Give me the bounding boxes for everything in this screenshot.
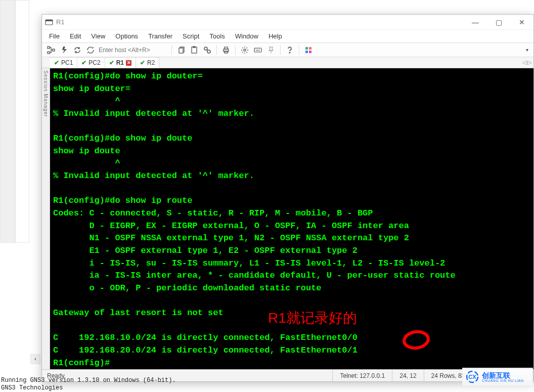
tab-pc1[interactable]: ✔ PC1 <box>50 57 77 68</box>
svg-point-15 <box>289 52 290 53</box>
svg-rect-19 <box>309 51 312 53</box>
watermark: CX 创新互联 CHUANG XIN HU LIAN <box>462 368 533 386</box>
svg-rect-18 <box>305 51 308 53</box>
help-icon[interactable] <box>284 45 296 56</box>
tab-label: PC1 <box>61 59 73 66</box>
svg-rect-4 <box>53 49 55 51</box>
menu-window[interactable]: Window <box>231 31 262 41</box>
tab-label: R1 <box>116 59 124 66</box>
svg-rect-16 <box>305 47 308 50</box>
menu-tools[interactable]: Tools <box>205 31 229 41</box>
watermark-cn: 创新互联 <box>482 372 524 379</box>
console-line: Running GNS3 version 1.3.10 on Windows (… <box>1 377 534 384</box>
terminal-output[interactable]: R1(config)#do show ip douter= show ip do… <box>50 68 533 369</box>
svg-rect-14 <box>254 48 261 52</box>
tab-next-icon[interactable]: ▷ <box>527 59 531 66</box>
svg-point-13 <box>244 49 246 51</box>
tab-label: R2 <box>147 59 155 66</box>
background-panel-gray <box>0 0 15 243</box>
svg-rect-5 <box>179 48 183 53</box>
svg-rect-2 <box>48 47 50 49</box>
terminal-window: R1 — ▢ ✕ File Edit View Options Transfer… <box>41 14 534 382</box>
menu-file[interactable]: File <box>45 31 64 41</box>
session-manager-panel[interactable]: Session Manager <box>42 68 50 369</box>
svg-rect-12 <box>225 51 228 53</box>
svg-rect-7 <box>193 47 195 48</box>
copy-icon[interactable] <box>175 45 187 56</box>
toolbar-separator <box>235 45 236 55</box>
toolbar-separator <box>171 45 172 55</box>
menu-options[interactable]: Options <box>111 31 142 41</box>
session-tree-icon[interactable] <box>45 45 57 56</box>
keyboard-icon[interactable] <box>252 45 264 56</box>
toolbar-separator <box>216 45 217 55</box>
tab-r1[interactable]: ✔ R1 ✕ <box>105 57 136 68</box>
tabbar: ✔ PC1 ✔ PC2 ✔ R1 ✕ ✔ R2 ◁ ▷ <box>42 57 533 68</box>
console-line: GNS3 Technologies <box>1 384 534 392</box>
title-text: R1 <box>56 18 464 26</box>
scroll-handle-icon[interactable]: ‹ <box>30 354 40 364</box>
reconnect-icon[interactable] <box>71 45 83 56</box>
check-icon: ✔ <box>81 59 86 66</box>
print-icon[interactable] <box>220 45 232 56</box>
background-panel-white <box>15 0 29 243</box>
check-icon: ✔ <box>54 59 59 66</box>
quick-connect-icon[interactable] <box>58 45 70 56</box>
toolbar-separator <box>280 45 281 55</box>
close-button[interactable]: ✕ <box>510 15 533 30</box>
tab-pc2[interactable]: ✔ PC2 <box>77 57 105 68</box>
titlebar[interactable]: R1 — ▢ ✕ <box>42 15 533 30</box>
tab-label: PC2 <box>88 59 100 66</box>
toolbar: ▾ <box>42 43 533 57</box>
svg-rect-11 <box>225 47 228 49</box>
maximize-button[interactable]: ▢ <box>487 15 510 30</box>
disconnect-icon[interactable] <box>84 45 97 56</box>
check-icon: ✔ <box>140 59 145 66</box>
paste-icon[interactable] <box>188 45 200 56</box>
gns3-console: Running GNS3 version 1.3.10 on Windows (… <box>0 377 534 392</box>
tab-prev-icon[interactable]: ◁ <box>522 59 526 66</box>
host-input[interactable] <box>98 45 168 55</box>
minimize-button[interactable]: — <box>464 15 487 30</box>
menubar: File Edit View Options Transfer Script T… <box>42 30 533 43</box>
find-icon[interactable] <box>201 45 213 56</box>
color-scheme-icon[interactable] <box>302 45 315 56</box>
watermark-logo-icon: CX <box>466 370 479 383</box>
close-tab-icon[interactable]: ✕ <box>126 60 131 66</box>
app-icon <box>45 18 53 26</box>
svg-rect-1 <box>46 20 53 21</box>
svg-rect-3 <box>48 52 50 54</box>
menu-edit[interactable]: Edit <box>66 31 85 41</box>
menu-help[interactable]: Help <box>264 31 286 41</box>
toolbar-overflow-icon[interactable]: ▾ <box>526 47 530 53</box>
menu-transfer[interactable]: Transfer <box>144 31 176 41</box>
tab-r2[interactable]: ✔ R2 <box>136 57 159 68</box>
pin-icon[interactable] <box>265 45 277 56</box>
svg-text:CX: CX <box>468 374 476 380</box>
toolbar-separator <box>299 45 299 55</box>
settings-icon[interactable] <box>239 45 251 56</box>
svg-rect-17 <box>309 47 312 50</box>
tab-nav: ◁ ▷ <box>522 57 533 68</box>
menu-view[interactable]: View <box>87 31 109 41</box>
check-icon: ✔ <box>109 59 114 66</box>
svg-rect-6 <box>192 47 197 53</box>
terminal-area: Session Manager R1(config)#do show ip do… <box>42 68 533 369</box>
menu-script[interactable]: Script <box>179 31 203 41</box>
watermark-en: CHUANG XIN HU LIAN <box>482 379 524 382</box>
